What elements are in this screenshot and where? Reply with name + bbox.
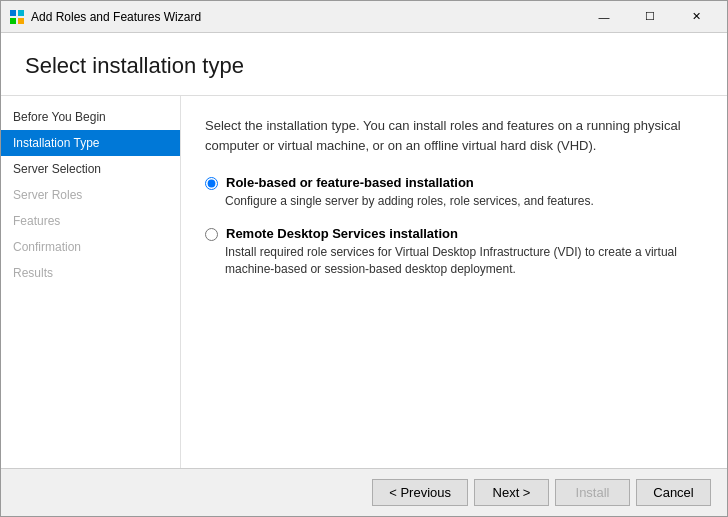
close-button[interactable]: ✕ — [673, 1, 719, 33]
sidebar-item-results: Results — [1, 260, 180, 286]
minimize-button[interactable]: — — [581, 1, 627, 33]
wizard-content: Before You Begin Installation Type Serve… — [1, 96, 727, 468]
next-button[interactable]: Next > — [474, 479, 549, 506]
previous-button[interactable]: < Previous — [372, 479, 468, 506]
sidebar-item-server-selection[interactable]: Server Selection — [1, 156, 180, 182]
wizard-footer: < Previous Next > Install Cancel — [1, 468, 727, 516]
svg-rect-1 — [18, 10, 24, 16]
option-remote-desktop-label[interactable]: Remote Desktop Services installation — [205, 226, 703, 241]
page-title: Select installation type — [25, 53, 703, 79]
sidebar-item-confirmation: Confirmation — [1, 234, 180, 260]
svg-rect-3 — [18, 18, 24, 24]
main-content: Select the installation type. You can in… — [181, 96, 727, 468]
option-remote-desktop-title: Remote Desktop Services installation — [226, 226, 458, 241]
sidebar-item-before-you-begin[interactable]: Before You Begin — [1, 104, 180, 130]
wizard-header: Select installation type — [1, 33, 727, 96]
option-remote-desktop-text: Remote Desktop Services installation — [226, 226, 458, 241]
radio-remote-desktop[interactable] — [205, 228, 218, 241]
option-role-based-label[interactable]: Role-based or feature-based installation — [205, 175, 703, 190]
wizard-window: Add Roles and Features Wizard — ☐ ✕ Sele… — [0, 0, 728, 517]
option-remote-desktop: Remote Desktop Services installation Ins… — [205, 226, 703, 278]
install-button[interactable]: Install — [555, 479, 630, 506]
maximize-button[interactable]: ☐ — [627, 1, 673, 33]
option-role-based: Role-based or feature-based installation… — [205, 175, 703, 210]
svg-rect-2 — [10, 18, 16, 24]
app-icon — [9, 9, 25, 25]
option-role-based-text: Role-based or feature-based installation — [226, 175, 474, 190]
cancel-button[interactable]: Cancel — [636, 479, 711, 506]
sidebar-item-features: Features — [1, 208, 180, 234]
description-text: Select the installation type. You can in… — [205, 116, 685, 155]
svg-rect-0 — [10, 10, 16, 16]
option-remote-desktop-description: Install required role services for Virtu… — [225, 244, 703, 278]
sidebar-item-server-roles: Server Roles — [1, 182, 180, 208]
window-title: Add Roles and Features Wizard — [31, 10, 581, 24]
sidebar: Before You Begin Installation Type Serve… — [1, 96, 181, 468]
title-bar: Add Roles and Features Wizard — ☐ ✕ — [1, 1, 727, 33]
wizard-body: Select installation type Before You Begi… — [1, 33, 727, 516]
sidebar-item-installation-type[interactable]: Installation Type — [1, 130, 180, 156]
option-role-based-description: Configure a single server by adding role… — [225, 193, 703, 210]
option-role-based-title: Role-based or feature-based installation — [226, 175, 474, 190]
radio-role-based[interactable] — [205, 177, 218, 190]
window-controls: — ☐ ✕ — [581, 1, 719, 33]
